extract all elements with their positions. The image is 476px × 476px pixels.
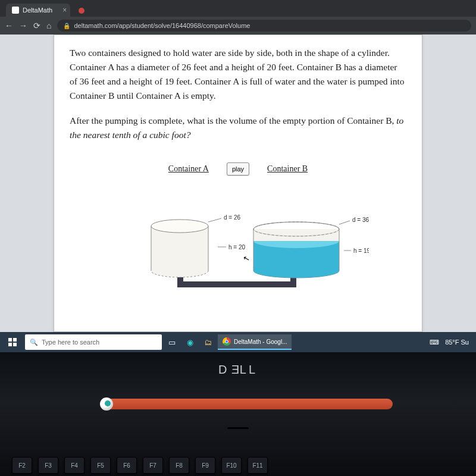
- task-view-icon[interactable]: ▭: [164, 334, 180, 350]
- key-f10: F10: [221, 457, 242, 474]
- laptop-body: DELL F2 F3 F4 F5 F6 F7 F8 F9 F10 F11: [0, 352, 476, 476]
- browser-tab-active[interactable]: DeltaMath ×: [6, 4, 70, 17]
- url-text: deltamath.com/app/student/solve/16440968…: [74, 22, 250, 29]
- dim-a-h: h = 20: [228, 244, 246, 250]
- dim-b-h: h = 19: [353, 248, 369, 254]
- search-icon: 🔍: [30, 339, 38, 346]
- problem-question: After the pumping is complete, what is t…: [70, 114, 406, 142]
- pipe-horizontal: [177, 281, 296, 287]
- container-a-shape: d = 26 h = 20: [151, 214, 246, 277]
- start-button[interactable]: [2, 334, 23, 350]
- container-b-label: Container B: [267, 164, 308, 174]
- key-f3: F3: [38, 457, 58, 474]
- key-f5: F5: [90, 457, 111, 474]
- home-icon[interactable]: ⌂: [46, 21, 51, 30]
- forward-icon[interactable]: →: [19, 21, 27, 30]
- back-icon[interactable]: ←: [5, 21, 13, 30]
- keyboard-icon[interactable]: ⌨: [430, 339, 439, 346]
- edge-icon[interactable]: ◉: [182, 334, 198, 350]
- favicon-other: [79, 8, 84, 14]
- windows-icon: [8, 338, 17, 346]
- container-a-label: Container A: [168, 164, 209, 174]
- cylinder-diagram: d = 26 h = 20: [70, 193, 406, 300]
- svg-rect-18: [13, 338, 17, 342]
- page-viewport: Two containers designed to hold water ar…: [0, 35, 476, 332]
- dim-a-d: d = 26: [224, 214, 241, 221]
- key-f11: F11: [248, 457, 268, 474]
- taskbar-app-label: DeltaMath - Googl...: [234, 339, 287, 345]
- browser-toolbar: ← → ⟳ ⌂ 🔒 deltamath.com/app/student/solv…: [0, 17, 476, 35]
- container-labels-row: Container A play Container B: [70, 162, 406, 176]
- svg-line-5: [208, 218, 221, 222]
- dell-logo: DELL: [0, 352, 476, 377]
- svg-point-4: [151, 220, 208, 233]
- key-f7: F7: [143, 457, 163, 474]
- problem-paragraph: Two containers designed to hold water ar…: [70, 46, 406, 103]
- svg-rect-17: [8, 338, 12, 342]
- browser-tab-inactive[interactable]: [70, 5, 96, 17]
- chrome-icon: [223, 337, 231, 346]
- problem-card: Two containers designed to hold water ar…: [54, 35, 422, 332]
- svg-rect-10: [253, 229, 339, 241]
- favicon-deltamath: [12, 7, 19, 14]
- stylus-pen: [101, 399, 393, 409]
- key-f9: F9: [195, 457, 215, 474]
- svg-line-15: [339, 221, 350, 224]
- play-button[interactable]: play: [227, 162, 249, 176]
- key-f6: F6: [117, 457, 137, 474]
- windows-taskbar: 🔍 Type here to search ▭ ◉ 🗂 DeltaMath - …: [0, 332, 476, 352]
- search-placeholder: Type here to search: [42, 339, 99, 346]
- container-b-shape: d = 36 h = 19: [253, 217, 369, 278]
- taskbar-search[interactable]: 🔍 Type here to search: [25, 334, 162, 350]
- taskbar-tray: ⌨ 85°F Su: [430, 339, 474, 346]
- taskbar-app-chrome[interactable]: DeltaMath - Googl...: [218, 334, 292, 350]
- key-f2: F2: [12, 457, 32, 474]
- close-icon[interactable]: ×: [62, 6, 67, 14]
- dim-b-d: d = 36: [352, 217, 369, 223]
- svg-rect-19: [8, 343, 12, 346]
- touchpad-indicator: [227, 427, 249, 429]
- browser-tab-strip: DeltaMath ×: [0, 0, 476, 17]
- address-bar[interactable]: 🔒 deltamath.com/app/student/solve/164409…: [57, 20, 471, 32]
- key-f4: F4: [64, 457, 84, 474]
- question-lead: After the pumping is complete, what is t…: [70, 115, 396, 126]
- lock-icon: 🔒: [63, 23, 70, 29]
- tab-title: DeltaMath: [23, 7, 52, 14]
- key-f8: F8: [169, 457, 189, 474]
- weather-widget[interactable]: 85°F Su: [445, 339, 469, 346]
- reload-icon[interactable]: ⟳: [33, 21, 40, 30]
- diagram-svg: d = 26 h = 20: [107, 193, 369, 300]
- svg-rect-20: [13, 343, 17, 346]
- file-explorer-icon[interactable]: 🗂: [200, 334, 215, 350]
- function-key-row: F2 F3 F4 F5 F6 F7 F8 F9 F10 F11: [0, 457, 476, 474]
